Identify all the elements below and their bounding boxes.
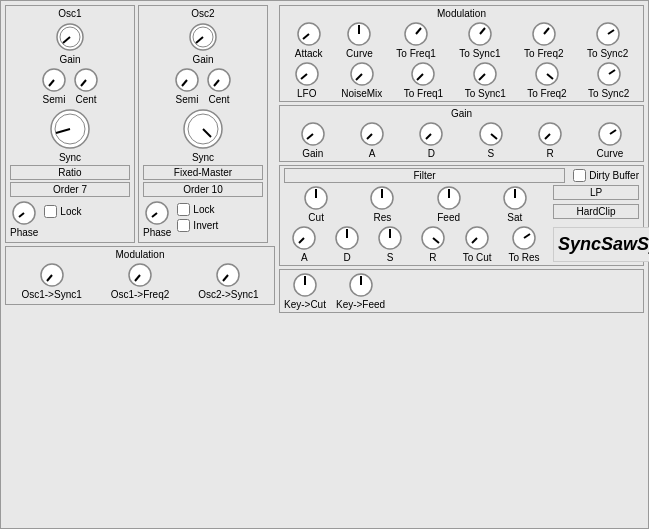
osc1-phase-label: Phase bbox=[10, 227, 38, 238]
osc-mod-knob1[interactable] bbox=[39, 262, 65, 288]
filter-feed-knob[interactable] bbox=[436, 185, 462, 211]
mod-tofreq2b-knob[interactable] bbox=[534, 61, 560, 87]
gain-knob-row: Gain A D S bbox=[284, 121, 639, 159]
mod-curve1-knob[interactable] bbox=[346, 21, 372, 47]
mod-tosync2b-label: To Sync2 bbox=[588, 88, 629, 99]
gain-curve-group: Curve bbox=[597, 121, 624, 159]
mod-tosync2-group: To Sync2 bbox=[587, 21, 628, 59]
filter-r-knob[interactable] bbox=[420, 225, 446, 251]
osc1-sync-knob[interactable] bbox=[48, 107, 92, 151]
modulation-section: Modulation Attack Curve bbox=[279, 5, 644, 102]
mod-noisemix-label: NoiseMix bbox=[341, 88, 382, 99]
filter-cut-label: Cut bbox=[308, 212, 324, 223]
osc-mod-knob2[interactable] bbox=[127, 262, 153, 288]
key-cut-knob[interactable] bbox=[292, 272, 318, 298]
osc1-lock-checkbox[interactable] bbox=[44, 205, 57, 218]
gain-s-knob[interactable] bbox=[478, 121, 504, 147]
filter-res-knob[interactable] bbox=[369, 185, 395, 211]
osc2-fixed-master-btn[interactable]: Fixed-Master bbox=[143, 165, 263, 180]
gain-gain-knob[interactable] bbox=[300, 121, 326, 147]
osc1-lock-row: Lock bbox=[44, 205, 81, 218]
gain-a-knob[interactable] bbox=[359, 121, 385, 147]
mod-tosync2b-knob[interactable] bbox=[596, 61, 622, 87]
osc2-order-btn[interactable]: Order 10 bbox=[143, 182, 263, 197]
filter-sat-label: Sat bbox=[507, 212, 522, 223]
filter-r-group: R bbox=[420, 225, 446, 263]
osc1-ratio-btn[interactable]: Ratio bbox=[10, 165, 130, 180]
osc1-order-btn[interactable]: Order 7 bbox=[10, 182, 130, 197]
osc1-semi-label: Semi bbox=[43, 94, 66, 105]
mod-lfo-knob[interactable] bbox=[294, 61, 320, 87]
filter-cut-knob[interactable] bbox=[303, 185, 329, 211]
gain-d-knob[interactable] bbox=[418, 121, 444, 147]
hardclip-btn[interactable]: HardClip bbox=[553, 204, 639, 219]
osc2-sync-knob[interactable] bbox=[181, 107, 225, 151]
osc1-gain-knob[interactable] bbox=[54, 21, 86, 53]
mod-noisemix-knob[interactable] bbox=[349, 61, 375, 87]
mod-tosync1-knob[interactable] bbox=[467, 21, 493, 47]
filter-header-row: Filter Dirty Buffer bbox=[284, 168, 639, 183]
filter-a-knob[interactable] bbox=[291, 225, 317, 251]
filter-tores-knob[interactable] bbox=[511, 225, 537, 251]
filter-d-knob[interactable] bbox=[334, 225, 360, 251]
osc2-gain-knob[interactable] bbox=[187, 21, 219, 53]
mod-curve1-group: Curve bbox=[346, 21, 373, 59]
osc1-phase-knob[interactable] bbox=[11, 200, 37, 226]
mod-attack-label: Attack bbox=[295, 48, 323, 59]
gain-r-knob[interactable] bbox=[537, 121, 563, 147]
lp-btn[interactable]: LP bbox=[553, 185, 639, 200]
gain-curve-knob[interactable] bbox=[597, 121, 623, 147]
key-cut-label: Key->Cut bbox=[284, 299, 326, 310]
osc2-lock-label: Lock bbox=[193, 204, 214, 215]
osc2-invert-label: Invert bbox=[193, 220, 218, 231]
mod-tosync1b-label: To Sync1 bbox=[465, 88, 506, 99]
key-feed-knob[interactable] bbox=[348, 272, 374, 298]
filter-tocut-knob[interactable] bbox=[464, 225, 490, 251]
mod-attack-knob[interactable] bbox=[296, 21, 322, 47]
osc2-semi-knob[interactable] bbox=[174, 67, 200, 93]
gain-a-label: A bbox=[369, 148, 376, 159]
filter-s-knob[interactable] bbox=[377, 225, 403, 251]
gain-gain-group: Gain bbox=[300, 121, 326, 159]
filter-a-group: A bbox=[291, 225, 317, 263]
mod-tofreq2-knob[interactable] bbox=[531, 21, 557, 47]
osc2-title: Osc2 bbox=[143, 8, 263, 19]
osc-mod-knob3[interactable] bbox=[215, 262, 241, 288]
mod-tofreq2-group: To Freq2 bbox=[524, 21, 563, 59]
filter-res-label: Res bbox=[373, 212, 391, 223]
modulation-title: Modulation bbox=[284, 8, 639, 19]
osc2-phase-knob[interactable] bbox=[144, 200, 170, 226]
osc2-invert-checkbox[interactable] bbox=[177, 219, 190, 232]
osc2-cent-knob[interactable] bbox=[206, 67, 232, 93]
mod-tosync2-knob[interactable] bbox=[595, 21, 621, 47]
gain-curve-label: Curve bbox=[597, 148, 624, 159]
dirty-buffer-row: Dirty Buffer bbox=[573, 169, 639, 182]
osc1-semi-knob[interactable] bbox=[41, 67, 67, 93]
filter-knob-row1: Cut Res Feed bbox=[284, 185, 547, 223]
filter-knob-row2: A D S bbox=[284, 225, 547, 263]
mod-tofreq1b-knob[interactable] bbox=[410, 61, 436, 87]
osc-row: Osc1 Gain Semi bbox=[5, 5, 275, 243]
filter-sat-knob[interactable] bbox=[502, 185, 528, 211]
mod-lfo-label: LFO bbox=[297, 88, 316, 99]
mod-tofreq1b-group: To Freq1 bbox=[404, 61, 443, 99]
mod-tosync2-label: To Sync2 bbox=[587, 48, 628, 59]
filter-tores-group: To Res bbox=[508, 225, 539, 263]
mod-row2: LFO NoiseMix To Freq1 bbox=[284, 61, 639, 99]
filter-cut-group: Cut bbox=[303, 185, 329, 223]
dirty-buffer-label: Dirty Buffer bbox=[589, 170, 639, 181]
osc-mod-title: Modulation bbox=[10, 249, 270, 260]
mod-tosync1b-group: To Sync1 bbox=[465, 61, 506, 99]
osc2-lock-checkbox[interactable] bbox=[177, 203, 190, 216]
mod-row1: Attack Curve To Freq1 bbox=[284, 21, 639, 59]
osc2-semi-group: Semi bbox=[174, 67, 200, 105]
osc1-phase-group: Phase bbox=[10, 200, 38, 238]
mod-tosync1b-knob[interactable] bbox=[472, 61, 498, 87]
osc1-semi-group: Semi bbox=[41, 67, 67, 105]
filter-title: Filter bbox=[284, 168, 565, 183]
mod-tofreq1-knob[interactable] bbox=[403, 21, 429, 47]
key-feed-group: Key->Feed bbox=[336, 272, 385, 310]
dirty-buffer-checkbox[interactable] bbox=[573, 169, 586, 182]
osc1-cent-knob[interactable] bbox=[73, 67, 99, 93]
osc1-gain-label: Gain bbox=[59, 54, 80, 65]
